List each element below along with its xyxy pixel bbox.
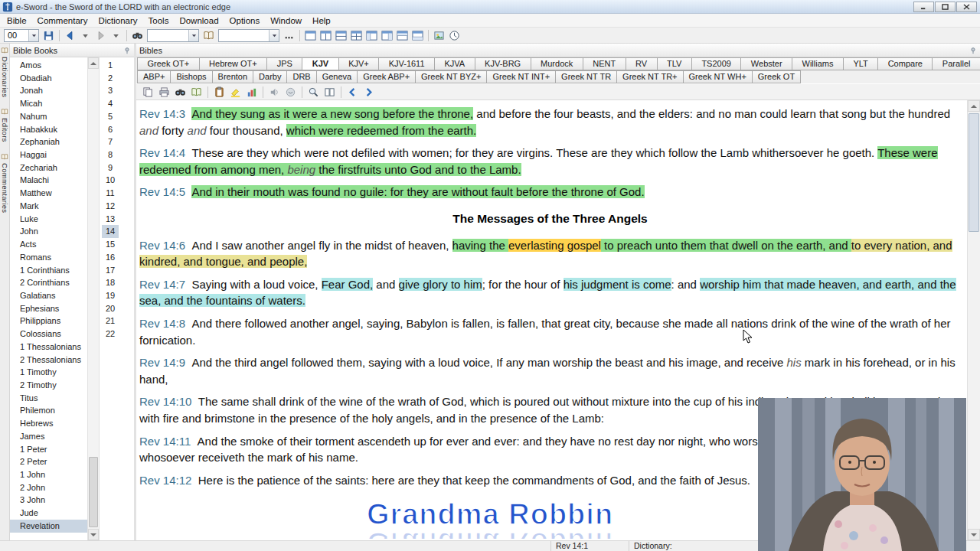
book-mark[interactable]: Mark [10, 200, 87, 213]
layout-single-icon[interactable] [303, 28, 318, 42]
book-james[interactable]: James [10, 430, 87, 443]
book-obadiah[interactable]: Obadiah [10, 72, 87, 85]
layout-left-icon[interactable] [364, 28, 379, 42]
chapter-1[interactable]: 1 [100, 59, 134, 72]
book-zechariah[interactable]: Zechariah [10, 161, 87, 174]
minimize-button[interactable] [913, 2, 934, 12]
tab-greek-nt-wh+[interactable]: Greek NT WH+ [683, 70, 753, 83]
tts-icon[interactable] [283, 85, 298, 99]
chapter-15[interactable]: 15 [100, 238, 134, 251]
book-romans[interactable]: Romans [10, 251, 87, 264]
graph-icon[interactable] [244, 85, 259, 99]
book-luke[interactable]: Luke [10, 213, 87, 226]
book-amos[interactable]: Amos [10, 59, 87, 72]
back-icon[interactable] [63, 28, 77, 42]
layout-top-icon[interactable] [395, 28, 410, 42]
tab-drb[interactable]: DRB [286, 70, 316, 83]
tab-greek-nt-int+[interactable]: Greek NT INT+ [486, 70, 556, 83]
layout-vsplit-icon[interactable] [318, 28, 333, 42]
book-list-scrollbar[interactable] [87, 57, 100, 540]
book-1-timothy[interactable]: 1 Timothy [10, 366, 87, 379]
save-icon[interactable] [41, 28, 56, 42]
layout-right-icon[interactable] [380, 28, 394, 42]
verse-ref[interactable]: Rev 14:4 [139, 146, 185, 159]
chapter-6[interactable]: 6 [100, 123, 134, 136]
chapter-22[interactable]: 22 [100, 328, 134, 341]
verse-ref[interactable]: Rev 14:7 [139, 278, 185, 291]
layout-grid-icon[interactable] [349, 28, 364, 42]
verse-ref[interactable]: Rev 14:6 [139, 239, 185, 252]
chapter-12[interactable]: 12 [100, 200, 134, 213]
chapter-8[interactable]: 8 [100, 148, 134, 161]
verse-ref[interactable]: Rev 14:11 [139, 435, 191, 448]
book-john[interactable]: John [10, 225, 87, 238]
compare-icon[interactable] [189, 85, 204, 99]
chapter-21[interactable]: 21 [100, 315, 134, 328]
caret-down-icon[interactable] [269, 30, 279, 41]
tab-rv[interactable]: RV [626, 57, 658, 70]
tab-kjv-brg[interactable]: KJV-BRG [475, 57, 531, 70]
book-colossians[interactable]: Colossians [10, 328, 87, 341]
forward-caret-icon[interactable] [109, 28, 123, 42]
chapter-19[interactable]: 19 [100, 289, 134, 302]
book-galatians[interactable]: Galatians [10, 289, 87, 302]
tab-brenton[interactable]: Brenton [212, 70, 254, 83]
scroll-up-button[interactable] [88, 57, 99, 69]
book-titus[interactable]: Titus [10, 392, 87, 405]
pushpin-icon[interactable] [123, 47, 131, 54]
tab-greek-ot+[interactable]: Greek OT+ [137, 57, 200, 70]
book-3-john[interactable]: 3 John [10, 494, 87, 507]
copy-icon[interactable] [141, 85, 155, 99]
menu-download[interactable]: Download [174, 15, 224, 26]
book-ephesians[interactable]: Ephesians [10, 302, 87, 315]
book-acts[interactable]: Acts [10, 238, 87, 251]
pushpin-icon[interactable] [969, 47, 977, 54]
menu-dictionary[interactable]: Dictionary [93, 15, 142, 26]
image-icon[interactable] [432, 28, 446, 42]
chapter-9[interactable]: 9 [100, 161, 134, 174]
verse-ref[interactable]: Rev 14:12 [139, 474, 191, 487]
print-icon[interactable] [157, 85, 172, 99]
chapter-3[interactable]: 3 [100, 84, 134, 97]
menu-options[interactable]: Options [224, 15, 266, 26]
book-jude[interactable]: Jude [10, 507, 87, 520]
book-1-corinthians[interactable]: 1 Corinthians [10, 264, 87, 277]
book-habakkuk[interactable]: Habakkuk [10, 123, 87, 136]
scroll-thumb[interactable] [89, 457, 98, 527]
scroll-up-button[interactable] [968, 100, 980, 112]
book-micah[interactable]: Micah [10, 97, 87, 110]
tab-jps[interactable]: JPS [266, 57, 302, 70]
chapter-16[interactable]: 16 [100, 251, 134, 264]
tab-kjv-1611[interactable]: KJV-1611 [378, 57, 435, 70]
book-matthew[interactable]: Matthew [10, 187, 87, 200]
menu-bible[interactable]: Bible [2, 15, 32, 26]
maximize-button[interactable] [935, 2, 956, 12]
book-2-corinthians[interactable]: 2 Corinthians [10, 276, 87, 289]
chapter-4[interactable]: 4 [100, 97, 134, 110]
tab-greek-nt-byz+[interactable]: Greek NT BYZ+ [415, 70, 487, 83]
verse-ref[interactable]: Rev 14:8 [139, 317, 185, 330]
side-tab-dictionaries[interactable]: Dictionaries [1, 47, 9, 97]
book-zephaniah[interactable]: Zephaniah [10, 135, 87, 148]
side-tab-commentaries[interactable]: Commentaries [1, 153, 9, 213]
zoom-icon[interactable] [306, 85, 321, 99]
tab-kjv+[interactable]: KJV+ [338, 57, 380, 70]
clock-icon[interactable] [447, 28, 462, 42]
tab-bishops[interactable]: Bishops [170, 70, 212, 83]
clipboard-icon[interactable] [212, 85, 227, 99]
chapter-11[interactable]: 11 [100, 187, 134, 200]
tab-greek-ot[interactable]: Greek OT [752, 70, 801, 83]
tab-abp+[interactable]: ABP+ [137, 70, 171, 83]
tab-williams[interactable]: Williams [792, 57, 844, 70]
book-2-peter[interactable]: 2 Peter [10, 455, 87, 468]
tab-darby[interactable]: Darby [253, 70, 287, 83]
book-revelation[interactable]: Revelation [10, 520, 87, 533]
menu-help[interactable]: Help [307, 15, 336, 26]
book-jonah[interactable]: Jonah [10, 84, 87, 97]
more-icon[interactable] [282, 28, 296, 42]
caret-down-icon[interactable] [28, 30, 38, 41]
tab-ylt[interactable]: YLT [843, 57, 878, 70]
tab-kjva[interactable]: KJVA [434, 57, 475, 70]
side-tab-editors[interactable]: Editors [1, 108, 9, 142]
text-scrollbar[interactable] [967, 100, 980, 540]
